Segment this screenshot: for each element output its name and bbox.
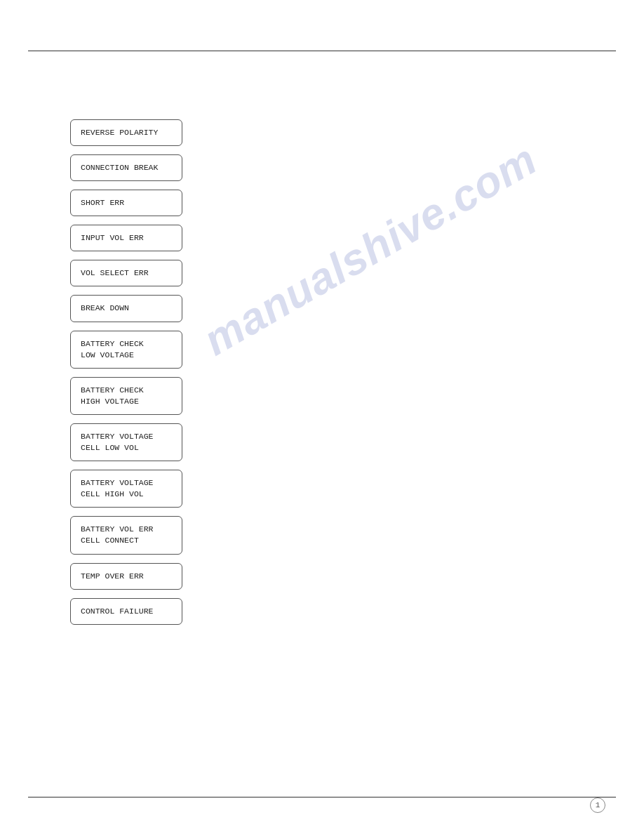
top-rule [28,51,616,51]
button-battery-check-high[interactable]: BATTERY CHECKHIGH VOLTAGE [70,377,182,415]
button-connection-break[interactable]: CONNECTION BREAK [70,154,182,181]
button-battery-voltage-cell-low[interactable]: BATTERY VOLTAGECELL LOW VOL [70,423,182,461]
button-reverse-polarity[interactable]: REVERSE POLARITY [70,119,182,146]
button-break-down[interactable]: BREAK DOWN [70,295,182,322]
page-number: 1 [590,797,605,813]
button-battery-vol-err-cell-connect[interactable]: BATTERY VOL ERRCELL CONNECT [70,516,182,554]
button-temp-over-err[interactable]: TEMP OVER ERR [70,563,182,590]
button-battery-voltage-cell-high[interactable]: BATTERY VOLTAGECELL HIGH VOL [70,470,182,508]
button-control-failure[interactable]: CONTROL FAILURE [70,598,182,625]
button-battery-check-low[interactable]: BATTERY CHECKLOW VOLTAGE [70,331,182,369]
button-vol-select-err[interactable]: VOL SELECT ERR [70,260,182,286]
page-container: manualshive.com REVERSE POLARITYCONNECTI… [0,0,644,834]
watermark: manualshive.com [195,134,545,365]
button-short-err[interactable]: SHORT ERR [70,190,182,216]
bottom-rule [28,797,616,797]
buttons-container: REVERSE POLARITYCONNECTION BREAKSHORT ER… [70,119,182,625]
button-input-vol-err[interactable]: INPUT VOL ERR [70,225,182,251]
